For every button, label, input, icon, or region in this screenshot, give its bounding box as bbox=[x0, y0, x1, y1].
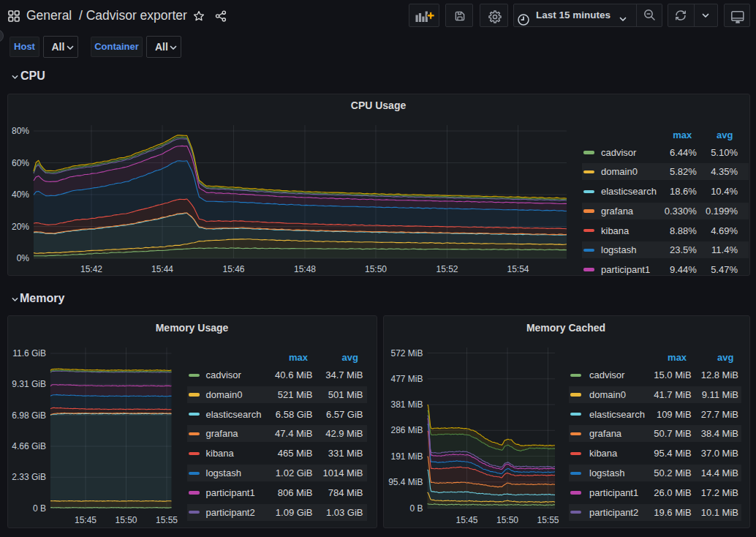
svg-text:15:50: 15:50 bbox=[115, 515, 137, 525]
svg-text:9.31 GiB: 9.31 GiB bbox=[12, 379, 46, 389]
svg-text:477 MiB: 477 MiB bbox=[390, 374, 423, 384]
svg-text:191 MiB: 191 MiB bbox=[390, 451, 423, 462]
svg-text:2.33 GiB: 2.33 GiB bbox=[12, 472, 46, 482]
svg-text:15:42: 15:42 bbox=[80, 264, 102, 274]
svg-text:15:50: 15:50 bbox=[365, 264, 387, 274]
svg-text:15:54: 15:54 bbox=[507, 264, 529, 274]
svg-text:15:46: 15:46 bbox=[222, 264, 244, 274]
svg-text:6.98 GiB: 6.98 GiB bbox=[12, 410, 46, 421]
svg-text:286 MiB: 286 MiB bbox=[390, 425, 423, 435]
svg-text:60%: 60% bbox=[12, 158, 29, 168]
svg-text:15:45: 15:45 bbox=[456, 515, 477, 525]
svg-text:0 B: 0 B bbox=[33, 503, 46, 514]
svg-text:15:48: 15:48 bbox=[294, 264, 316, 274]
svg-text:572 MiB: 572 MiB bbox=[390, 348, 423, 358]
svg-text:15:44: 15:44 bbox=[151, 264, 173, 274]
svg-text:15:55: 15:55 bbox=[537, 515, 559, 525]
svg-text:381 MiB: 381 MiB bbox=[390, 399, 423, 410]
svg-text:0%: 0% bbox=[17, 253, 30, 263]
svg-text:11.6 GiB: 11.6 GiB bbox=[12, 348, 46, 358]
svg-text:4.66 GiB: 4.66 GiB bbox=[12, 441, 46, 451]
svg-text:40%: 40% bbox=[12, 189, 29, 200]
svg-text:15:55: 15:55 bbox=[156, 515, 178, 525]
svg-text:15:50: 15:50 bbox=[496, 515, 518, 525]
svg-text:15:45: 15:45 bbox=[75, 515, 97, 525]
svg-text:80%: 80% bbox=[12, 126, 29, 136]
svg-text:0 B: 0 B bbox=[409, 503, 423, 514]
svg-text:95.4 MiB: 95.4 MiB bbox=[388, 477, 423, 487]
svg-text:15:52: 15:52 bbox=[436, 264, 458, 274]
svg-text:20%: 20% bbox=[12, 222, 29, 232]
